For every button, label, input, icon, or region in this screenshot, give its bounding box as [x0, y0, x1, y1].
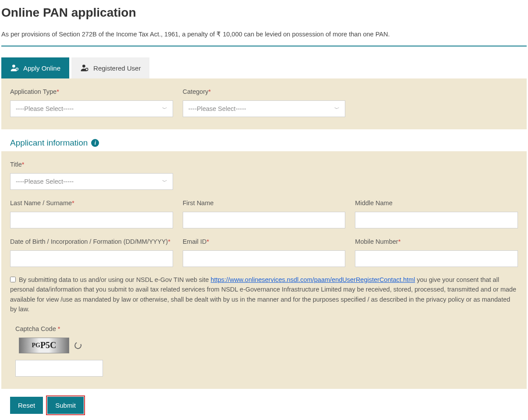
email-label: Email ID*: [183, 238, 346, 245]
consent-block: By submitting data to us and/or using ou…: [10, 275, 518, 314]
tab-apply-label: Apply Online: [23, 64, 60, 72]
type-category-section: Application Type* ----Please Select-----…: [1, 78, 527, 129]
penalty-notice: As per provisions of Section 272B of the…: [1, 26, 527, 46]
captcha-input[interactable]: [15, 360, 103, 377]
page-title: Online PAN application: [1, 1, 527, 26]
svg-point-2: [82, 65, 85, 68]
chevron-down-icon: ﹀: [334, 105, 340, 113]
category-select[interactable]: ----Please Select----- ﹀: [183, 100, 346, 117]
category-value: ----Please Select-----: [188, 105, 335, 112]
dob-label: Date of Birth / Incorporation / Formatio…: [10, 238, 173, 245]
lastname-label: Last Name / Surname*: [10, 199, 173, 206]
title-select[interactable]: ----Please Select----- ﹀: [10, 173, 173, 190]
firstname-label: First Name: [183, 199, 346, 206]
title-value: ----Please Select-----: [16, 178, 162, 185]
refresh-icon[interactable]: [74, 341, 83, 350]
application-type-select[interactable]: ----Please Select----- ﹀: [10, 100, 173, 117]
submit-button[interactable]: Submit: [47, 397, 84, 414]
lastname-input[interactable]: [10, 212, 173, 228]
firstname-input[interactable]: [183, 212, 346, 228]
consent-link[interactable]: https://www.onlineservices.nsdl.com/paam…: [211, 276, 415, 283]
captcha-image: PGP5C: [19, 338, 69, 353]
info-icon[interactable]: i: [91, 139, 99, 147]
consent-text-pre: By submitting data to us and/or using ou…: [17, 276, 211, 283]
tab-bar: Apply Online Registered User: [1, 57, 527, 78]
mobile-input[interactable]: [355, 250, 518, 267]
divider: [1, 46, 527, 46]
action-bar: Reset Submit: [1, 389, 527, 418]
category-label: Category*: [183, 88, 346, 95]
svg-point-0: [12, 65, 15, 68]
dob-input[interactable]: [10, 250, 173, 267]
person-add-icon: [10, 64, 19, 72]
person-gear-icon: [80, 64, 89, 72]
tab-registered-user[interactable]: Registered User: [71, 57, 149, 78]
consent-checkbox[interactable]: [10, 277, 16, 282]
tab-apply-online[interactable]: Apply Online: [1, 57, 69, 78]
middlename-label: Middle Name: [355, 199, 518, 206]
email-input[interactable]: [183, 250, 346, 267]
application-type-label: Application Type*: [10, 88, 173, 95]
middlename-input[interactable]: [355, 212, 518, 228]
applicant-info-heading: Applicant information i: [10, 138, 518, 148]
title-label: Title*: [10, 161, 173, 168]
applicant-info-section: Title* ----Please Select----- ﹀ Last Nam…: [1, 151, 527, 389]
captcha-label: Captcha Code *: [15, 325, 518, 332]
application-type-value: ----Please Select-----: [16, 105, 162, 112]
mobile-label: Mobile Number*: [355, 238, 518, 245]
chevron-down-icon: ﹀: [162, 178, 167, 185]
tab-registered-label: Registered User: [93, 64, 141, 72]
chevron-down-icon: ﹀: [162, 105, 167, 113]
reset-button[interactable]: Reset: [10, 397, 43, 414]
